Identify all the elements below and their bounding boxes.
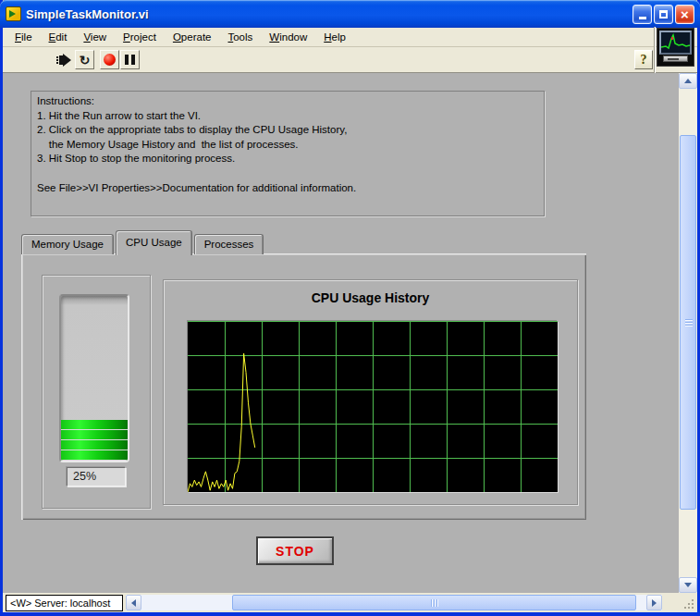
tab-memory-usage[interactable]: Memory Usage — [21, 234, 114, 254]
horizontal-scrollbar[interactable] — [126, 595, 662, 610]
scroll-right-button[interactable] — [646, 595, 662, 610]
cpu-chart-container: CPU Usage History — [163, 279, 578, 505]
labview-vi-window: SimpleTaskMonitor.vi × FileEditViewProje… — [0, 0, 700, 616]
scroll-down-button[interactable] — [679, 577, 697, 593]
tab-page-cpu-usage: 25% CPU Usage History — [21, 253, 586, 520]
minimize-icon — [639, 17, 646, 19]
vertical-scroll-thumb[interactable] — [680, 135, 696, 510]
context-help-button[interactable]: ? — [634, 50, 653, 69]
horizontal-scroll-track[interactable] — [141, 595, 646, 610]
continuous-run-icon: ↻ — [80, 54, 91, 67]
maximize-button[interactable] — [654, 5, 673, 24]
menu-help[interactable]: Help — [315, 29, 354, 45]
stop-button[interactable]: STOP — [256, 536, 334, 565]
cpu-usage-value: 25% — [67, 467, 126, 487]
continuous-run-button[interactable]: ↻ — [75, 50, 94, 69]
tab-control: Memory Usage CPU Usage Processes — [21, 229, 265, 254]
cpu-tank-container: 25% — [42, 275, 151, 509]
tank-fill-level — [61, 420, 128, 462]
vertical-scrollbar[interactable] — [679, 73, 697, 593]
labview-logo-icon — [657, 28, 694, 67]
title-bar[interactable]: SimpleTaskMonitor.vi × — [0, 0, 700, 28]
arrow-down-icon — [684, 583, 692, 587]
cpu-usage-tank — [59, 294, 129, 462]
minimize-button[interactable] — [632, 5, 652, 24]
resize-grip[interactable] — [662, 593, 697, 612]
menu-file[interactable]: File — [6, 29, 41, 45]
pause-icon — [125, 55, 135, 65]
run-arrow-icon — [55, 52, 73, 68]
menu-project[interactable]: Project — [115, 29, 165, 45]
toolbar: ↻ ? — [3, 47, 697, 73]
close-icon: × — [681, 7, 689, 21]
pause-button[interactable] — [120, 50, 140, 69]
tab-processes[interactable]: Processes — [194, 234, 264, 254]
menu-tools[interactable]: Tools — [219, 29, 261, 45]
menu-window[interactable]: Window — [261, 29, 315, 45]
horizontal-scroll-thumb[interactable] — [232, 595, 636, 610]
chart-title: CPU Usage History — [164, 290, 577, 305]
window-title: SimpleTaskMonitor.vi — [26, 7, 632, 21]
instructions-text: Instructions: 1. Hit the Run arrow to st… — [31, 91, 545, 216]
menu-operate[interactable]: Operate — [165, 29, 220, 45]
menu-bar: FileEditViewProjectOperateToolsWindowHel… — [3, 28, 697, 47]
arrow-left-icon — [131, 599, 136, 607]
abort-icon — [104, 54, 116, 66]
cpu-usage-history-chart — [188, 321, 558, 492]
scroll-up-button[interactable] — [679, 73, 697, 89]
arrow-right-icon — [652, 599, 657, 607]
scroll-left-button[interactable] — [126, 595, 141, 610]
arrow-up-icon — [684, 79, 692, 83]
maximize-icon — [659, 10, 668, 18]
status-bar: <W> Server: localhost — [3, 593, 697, 612]
front-panel: Instructions: 1. Hit the Run arrow to st… — [3, 73, 679, 593]
menu-view[interactable]: View — [75, 29, 115, 45]
abort-button[interactable] — [100, 50, 119, 69]
run-button[interactable] — [55, 50, 74, 69]
menu-edit[interactable]: Edit — [41, 29, 76, 45]
server-status: <W> Server: localhost — [6, 595, 123, 611]
labview-vi-icon — [6, 6, 21, 21]
tab-cpu-usage[interactable]: CPU Usage — [116, 230, 192, 255]
close-button[interactable]: × — [675, 5, 694, 24]
toolbar-separator — [654, 27, 656, 73]
